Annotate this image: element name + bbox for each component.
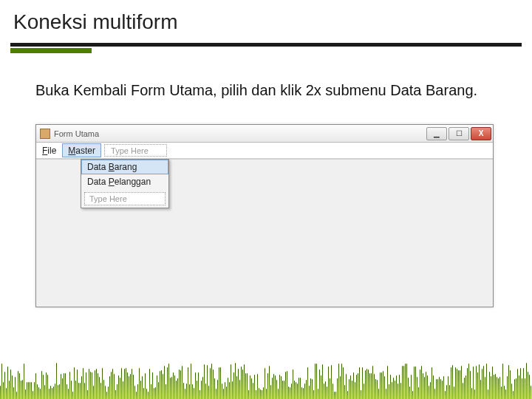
minimize-button[interactable]: ▁ [426, 127, 447, 140]
instruction-text: Buka Kembali Form Utama, pilih dan klik … [35, 81, 494, 100]
maximize-button[interactable]: ☐ [449, 127, 469, 140]
master-dropdown: Data Barang Data Pelanggan Type Here [81, 159, 169, 208]
app-icon [40, 129, 50, 139]
menu-type-here[interactable]: Type Here [104, 144, 167, 157]
dropdown-type-here[interactable]: Type Here [84, 192, 166, 205]
slide: Koneksi multiform Buka Kembali Form Utam… [0, 0, 532, 399]
menu-file[interactable]: File [36, 143, 62, 158]
menubar: File Master Type Here [36, 143, 493, 159]
window-title: Form Utama [54, 129, 425, 138]
form-window: Form Utama ▁ ☐ X File Master Type Here D… [35, 124, 494, 307]
slide-title: Koneksi multiform [13, 10, 178, 34]
grass-decoration [0, 358, 532, 399]
dropdown-item-data-barang[interactable]: Data Barang [81, 160, 168, 174]
dropdown-item-data-pelanggan[interactable]: Data Pelanggan [81, 174, 168, 190]
close-button[interactable]: X [471, 127, 491, 140]
menu-master[interactable]: Master [62, 143, 101, 157]
title-underline [10, 43, 522, 53]
titlebar[interactable]: Form Utama ▁ ☐ X [36, 125, 493, 143]
